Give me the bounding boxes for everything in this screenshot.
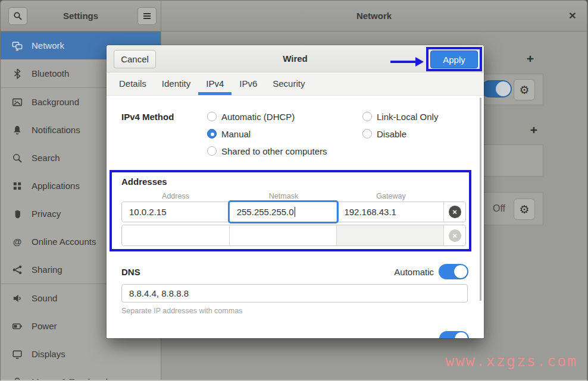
sidebar-item-label: Search — [32, 153, 60, 163]
sidebar-item-label: Sound — [32, 293, 57, 303]
address-row-2: × — [121, 225, 466, 246]
dns-label: DNS — [121, 267, 140, 277]
radio-disable[interactable]: Disable — [362, 128, 406, 139]
proxy-settings-gear-icon[interactable]: ⚙ — [514, 199, 535, 220]
tab-ipv6[interactable]: IPv6 — [232, 73, 265, 95]
apply-annotation-box: Apply — [426, 47, 482, 71]
wired-toggle[interactable] — [481, 80, 512, 97]
wired-dialog: Wired Cancel Apply Details Identity IPv4… — [107, 45, 484, 338]
menu-button[interactable] — [137, 7, 157, 25]
dns-hint-text: Separate IP addresses with commas — [121, 307, 242, 315]
dns-servers-input[interactable]: 8.8.4.4, 8.8.8.8 — [121, 284, 468, 303]
radio-icon — [362, 129, 372, 138]
dialog-scrollbar[interactable] — [480, 97, 481, 301]
annotation-arrow-head — [415, 57, 424, 67]
netmask-input[interactable]: 255.255.255.0 — [230, 202, 337, 222]
sidebar-item-label: Online Accounts — [32, 237, 96, 247]
sidebar-item-label: Power — [32, 321, 57, 331]
cancel-button[interactable]: Cancel — [114, 50, 156, 68]
watermark-text: www.xzgzs.com — [445, 352, 577, 370]
radio-icon — [362, 112, 372, 121]
wired-settings-gear-icon[interactable]: ⚙ — [514, 79, 535, 100]
sidebar-item-label: Network — [32, 40, 64, 51]
battery-icon — [12, 321, 23, 332]
toggle-knob — [496, 81, 511, 96]
tab-security[interactable]: Security — [265, 73, 312, 95]
remove-address-cell: × — [444, 202, 465, 222]
at-icon: @ — [12, 237, 23, 247]
sidebar-item-mouse-touchpad[interactable]: Mouse & Touchpad — [1, 368, 161, 380]
remove-address-icon[interactable]: × — [449, 206, 461, 218]
address-column-header: Address — [121, 192, 230, 200]
hand-icon — [12, 209, 23, 219]
sidebar-item-label: Privacy — [32, 209, 61, 219]
titlebar-page-section: Network × — [161, 1, 587, 32]
close-icon[interactable]: × — [565, 1, 580, 32]
address-input[interactable]: 10.0.2.15 — [122, 202, 230, 222]
titlebar-sidebar-section: Settings — [1, 1, 161, 32]
radio-label: Shared to other computers — [221, 146, 327, 156]
proxy-status-label: Off — [493, 203, 505, 214]
radio-label: Disable — [377, 129, 406, 139]
radio-label: Automatic (DHCP) — [221, 112, 295, 122]
radio-icon — [207, 112, 217, 121]
tab-identity[interactable]: Identity — [154, 73, 198, 95]
apps-grid-icon — [12, 181, 23, 191]
sidebar-item-label: Mouse & Touchpad — [32, 377, 108, 380]
dialog-header: Wired Cancel Apply — [107, 45, 484, 73]
dialog-tabs: Details Identity IPv4 IPv6 Security — [107, 73, 484, 96]
address-row-1: 10.0.2.15 255.255.255.0 192.168.43.1 × — [121, 201, 466, 222]
settings-window: Settings Network × Network Bluetooth — [0, 0, 588, 381]
network-icon — [12, 40, 23, 51]
sidebar-item-label: Background — [32, 97, 79, 107]
radio-icon-selected — [207, 129, 217, 138]
addresses-label: Addresses — [121, 177, 167, 187]
add-vpn-button[interactable]: + — [527, 123, 541, 137]
page-title: Network — [161, 1, 587, 32]
sidebar-item-label: Displays — [32, 349, 65, 359]
radio-label: Link-Local Only — [377, 112, 438, 122]
background-icon — [12, 97, 23, 108]
apply-button[interactable]: Apply — [430, 51, 478, 68]
toggle-knob — [455, 332, 468, 338]
annotation-arrow — [390, 61, 417, 63]
sidebar-item-label: Bluetooth — [32, 68, 69, 78]
routes-automatic-toggle[interactable] — [439, 331, 469, 338]
bell-icon — [12, 125, 23, 136]
bluetooth-icon — [12, 68, 23, 79]
netmask-input-empty[interactable] — [230, 225, 337, 245]
text-cursor — [295, 207, 295, 217]
netmask-value: 255.255.255.0 — [237, 207, 294, 217]
hamburger-icon — [142, 12, 152, 20]
gateway-input[interactable]: 192.168.43.1 — [337, 202, 444, 222]
netmask-column-header: Netmask — [230, 192, 337, 200]
share-icon — [12, 265, 23, 275]
tab-details[interactable]: Details — [111, 73, 154, 95]
toggle-knob — [454, 265, 467, 278]
address-input-empty[interactable] — [122, 225, 230, 245]
gateway-input-disabled — [337, 225, 444, 245]
ipv4-method-label: IPv4 Method — [121, 112, 174, 122]
dns-automatic-toggle[interactable] — [439, 264, 468, 279]
add-wired-button[interactable]: + — [523, 52, 537, 66]
radio-manual[interactable]: Manual — [207, 128, 251, 139]
remove-address-icon-disabled[interactable]: × — [449, 229, 461, 242]
gateway-column-header: Gateway — [337, 192, 445, 200]
app-title: Settings — [1, 1, 161, 32]
sidebar-item-displays[interactable]: Displays — [1, 340, 161, 368]
radio-automatic-dhcp[interactable]: Automatic (DHCP) — [207, 111, 295, 122]
tab-ipv4[interactable]: IPv4 — [198, 73, 232, 95]
radio-shared[interactable]: Shared to other computers — [207, 146, 327, 156]
speaker-icon — [12, 293, 23, 304]
remove-address-cell: × — [444, 225, 465, 245]
mouse-icon — [12, 377, 23, 380]
radio-label: Manual — [221, 129, 251, 139]
radio-link-local[interactable]: Link-Local Only — [362, 111, 438, 122]
magnifier-icon — [12, 153, 23, 163]
sidebar-item-label: Applications — [32, 181, 80, 191]
dns-automatic-label: Automatic — [380, 267, 434, 277]
sidebar-item-label: Sharing — [32, 265, 62, 275]
ipv4-panel: IPv4 Method Automatic (DHCP) Manual Shar… — [107, 96, 484, 338]
titlebar: Settings Network × — [1, 1, 587, 32]
radio-icon — [207, 146, 217, 156]
